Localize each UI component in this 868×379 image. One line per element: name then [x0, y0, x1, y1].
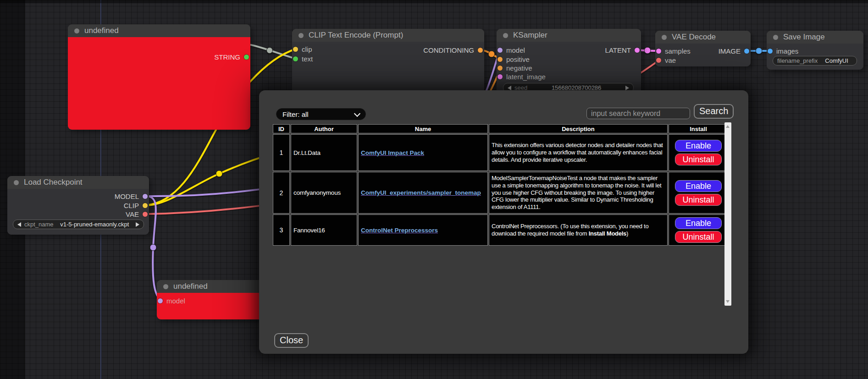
node-status-dot — [74, 28, 79, 33]
node-vae-decode[interactable]: VAE Decode samples vae IMAGE — [655, 31, 751, 66]
filter-select-wrap: Filter: all — [276, 108, 366, 120]
increment-arrow-icon[interactable] — [625, 86, 629, 90]
output-port-vae[interactable]: VAE — [126, 211, 148, 218]
output-port-model[interactable]: MODEL — [115, 193, 148, 200]
column-header-description: Description — [489, 124, 668, 133]
search-input[interactable] — [586, 108, 690, 119]
increment-arrow-icon[interactable] — [136, 222, 139, 227]
node-status-dot — [14, 180, 19, 185]
output-port-image[interactable]: IMAGE — [719, 48, 749, 55]
port-dot-string[interactable] — [244, 55, 249, 60]
search-button[interactable]: Search — [694, 104, 734, 119]
extension-table-wrap: ID Author Name Description Install 1 Dr.… — [272, 122, 731, 306]
input-port-images[interactable]: images — [768, 48, 798, 55]
filter-select[interactable]: Filter: all — [276, 108, 366, 120]
port-dot-vae[interactable] — [656, 58, 661, 63]
port-dot-image[interactable] — [744, 49, 749, 54]
extension-link[interactable]: ControlNet Preprocessors — [361, 227, 438, 234]
enable-button[interactable]: Enable — [675, 140, 722, 152]
node-clip-text-encode[interactable]: CLIP Text Encode (Prompt) clip text COND… — [292, 29, 484, 96]
table-scrollbar[interactable] — [724, 122, 731, 306]
port-dot-text[interactable] — [293, 56, 298, 61]
uninstall-button[interactable]: Uninstall — [675, 154, 722, 165]
input-port-vae[interactable]: vae — [656, 57, 676, 64]
input-port-latent-image[interactable]: latent_image — [498, 73, 546, 80]
node-ksampler[interactable]: KSampler model positive negative latent_… — [497, 29, 641, 96]
extension-link[interactable]: ComfyUI_experiments/sampler_tonemap — [361, 189, 481, 196]
node-load-checkpoint[interactable]: Load Checkpoint MODEL CLIP VAE ckpt_name… — [7, 176, 149, 235]
decrement-arrow-icon[interactable] — [508, 86, 511, 90]
comfyui-window: undefined STRING CLIP Text Encode (Promp… — [0, 0, 868, 379]
reroute-dot[interactable] — [216, 170, 222, 177]
input-port-text[interactable]: text — [293, 55, 313, 62]
node-title: undefined — [84, 26, 119, 35]
decrement-arrow-icon[interactable] — [17, 222, 21, 227]
port-dot-samples[interactable] — [656, 49, 661, 54]
uninstall-button[interactable]: Uninstall — [675, 194, 722, 206]
reroute-dot[interactable] — [756, 48, 762, 54]
port-dot-latent[interactable] — [635, 48, 640, 53]
input-port-samples[interactable]: samples — [656, 48, 691, 55]
node-status-dot — [662, 35, 667, 40]
cell-id: 2 — [273, 172, 290, 214]
input-port-model[interactable]: model — [158, 297, 185, 304]
output-port-conditioning[interactable]: CONDITIONING — [423, 47, 483, 54]
input-port-negative[interactable]: negative — [498, 65, 532, 71]
node-title: undefined — [173, 282, 208, 291]
input-port-positive[interactable]: positive — [498, 56, 530, 63]
port-dot-clip[interactable] — [293, 47, 298, 52]
output-port-latent[interactable]: LATENT — [605, 47, 640, 54]
port-dot-positive[interactable] — [498, 57, 503, 62]
ckpt-name-widget[interactable]: ckpt_name v1-5-pruned-emaonly.ckpt — [13, 220, 144, 229]
node-status-dot — [773, 35, 778, 40]
reroute-dot[interactable] — [488, 51, 495, 57]
node-status-dot — [163, 284, 168, 289]
port-dot-clip-out[interactable] — [143, 203, 148, 208]
filename-prefix-widget[interactable]: filename_prefix ComfyUI — [773, 56, 857, 66]
extension-table: ID Author Name Description Install 1 Dr.… — [272, 123, 729, 247]
cell-author: comfyanonymous — [291, 172, 357, 214]
cell-description: This extension offers various detector n… — [489, 134, 668, 171]
node-title: Load Checkpoint — [24, 178, 83, 187]
node-title: CLIP Text Encode (Prompt) — [309, 31, 403, 40]
node-title: VAE Decode — [672, 33, 716, 42]
enable-button[interactable]: Enable — [675, 180, 722, 192]
cell-author: Fannovel16 — [291, 214, 357, 246]
port-dot-latent-image[interactable] — [498, 74, 503, 79]
close-button[interactable]: Close — [274, 333, 309, 348]
port-dot-negative[interactable] — [498, 66, 503, 71]
port-dot-model-out[interactable] — [143, 194, 148, 199]
column-header-name: Name — [358, 124, 488, 133]
cell-id: 3 — [273, 214, 290, 246]
enable-button[interactable]: Enable — [675, 217, 722, 229]
node-undefined-top[interactable]: undefined STRING — [68, 24, 250, 130]
table-row: 1 Dr.Lt.Data ComfyUI Impact Pack This ex… — [273, 134, 728, 171]
output-port-clip[interactable]: CLIP — [124, 202, 148, 209]
node-save-image[interactable]: Save Image images filename_prefix ComfyU… — [767, 31, 863, 70]
cell-id: 1 — [273, 134, 290, 171]
table-row: 2 comfyanonymous ComfyUI_experiments/sam… — [273, 172, 728, 214]
reroute-dot[interactable] — [267, 48, 273, 54]
port-dot-model[interactable] — [498, 48, 503, 53]
scrollbar-down-arrow-icon[interactable] — [726, 300, 730, 303]
output-port-string[interactable]: STRING — [214, 54, 249, 60]
port-dot-conditioning[interactable] — [478, 48, 483, 53]
port-dot-images[interactable] — [768, 49, 773, 54]
uninstall-button[interactable]: Uninstall — [675, 231, 722, 243]
input-port-clip[interactable]: clip — [293, 46, 312, 53]
port-dot-model-in[interactable] — [158, 298, 163, 303]
port-dot-vae-out[interactable] — [143, 212, 148, 217]
column-header-id: ID — [273, 124, 290, 133]
extension-link[interactable]: ComfyUI Impact Pack — [361, 149, 424, 156]
table-header-row: ID Author Name Description Install — [273, 124, 728, 133]
cell-description: ControlNet Preprocessors. (To use this e… — [489, 214, 668, 246]
reroute-dot[interactable] — [150, 244, 156, 251]
column-header-author: Author — [291, 124, 357, 133]
scrollbar-up-arrow-icon[interactable] — [726, 125, 730, 128]
manager-dialog: Filter: all Search ID Author Name Descri… — [259, 90, 748, 354]
node-error-body: STRING — [68, 37, 250, 130]
cell-description: ModelSamplerTonemapNoiseTest a node that… — [489, 172, 668, 214]
input-port-model[interactable]: model — [498, 47, 525, 54]
column-header-install: Install — [669, 124, 728, 133]
reroute-dot[interactable] — [644, 47, 651, 54]
